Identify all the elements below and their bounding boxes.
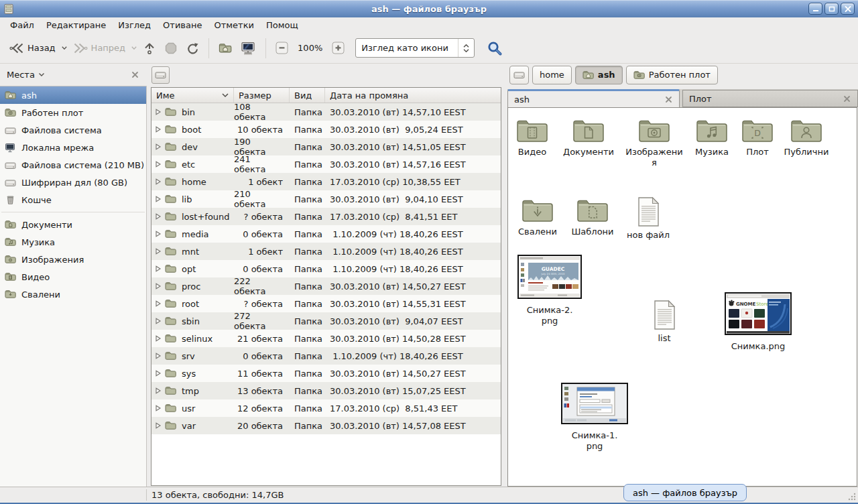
expander-icon[interactable] [151,283,165,290]
menu-item[interactable]: Изглед [112,19,157,32]
expander-icon[interactable] [151,370,165,377]
expander-icon[interactable] [151,231,165,237]
sidebar-item[interactable]: Работен плот [0,104,146,121]
expander-icon[interactable] [151,387,165,394]
sidebar-item[interactable]: Кошче [0,191,146,208]
file-row[interactable]: dev190 обектаПапка30.03.2010 (вт) 14,51,… [151,138,501,155]
sidebar-item[interactable]: Файлова система (210 MB) [0,156,146,174]
close-icon[interactable] [664,95,673,104]
computer-button[interactable] [236,38,260,59]
reload-button[interactable] [182,38,203,59]
column-header[interactable]: Вид [290,88,325,103]
menu-item[interactable]: Редактиране [40,19,112,32]
file-row[interactable]: srv0 обектаПапка 1.10.2009 (чт) 18,40,26… [151,347,501,365]
file-row[interactable]: proc222 обектаПапка30.03.2010 (вт) 14,50… [151,277,501,295]
back-history-dropdown[interactable] [60,42,69,54]
icon-cell[interactable]: Снимка-1.png [569,383,620,452]
menu-item[interactable]: Файл [4,19,40,32]
icon-cell[interactable]: Шаблони [564,197,621,237]
icon-cell[interactable]: Свалени [509,197,566,237]
icon-cell[interactable]: GNOMEStoreСнимка.png [721,292,796,352]
up-button[interactable] [139,38,160,59]
sidebar-close-button[interactable] [130,70,140,80]
tab-ash[interactable]: ash [507,89,680,107]
search-button[interactable] [485,39,504,58]
sidebar-item[interactable]: Локална мрежа [0,139,146,156]
file-row[interactable]: tmp13 обектаПапка30.03.2010 (вт) 15,07,2… [151,382,501,399]
icon-cell[interactable]: Изображения [625,117,684,168]
back-button[interactable]: Назад [5,38,60,58]
expander-icon[interactable] [151,318,165,324]
sidebar-item[interactable]: Шифриран дял (80 GB) [0,174,146,191]
file-row[interactable]: bin108 обектаПапка30.03.2010 (вт) 14,57,… [151,103,501,121]
file-row[interactable]: sys11 обектаПапка30.03.2010 (вт) 14,50,2… [151,365,501,382]
minimize-button[interactable] [808,3,822,15]
sidebar-title[interactable]: Места [7,70,35,80]
icon-cell[interactable]: нов файл [621,196,675,241]
sidebar-item[interactable]: Документи [0,216,146,233]
file-row[interactable]: opt0 обектаПапка 1.10.2009 (чт) 18,40,26… [151,260,501,277]
menu-item[interactable]: Отметки [208,19,259,32]
breadcrumb-item[interactable]: home [532,66,572,84]
expander-icon[interactable] [151,422,165,429]
icon-view[interactable]: ВидеоДокументиИзображенияМузикаDПлотПубл… [507,107,857,487]
sidebar-item[interactable]: Видео [0,268,146,286]
expander-icon[interactable] [151,335,165,342]
icon-cell[interactable]: Документи [558,117,619,158]
forward-history-dropdown[interactable] [129,42,139,54]
forward-button[interactable]: Напред [69,38,129,58]
file-row[interactable]: var20 обектаПапка30.03.2010 (вт) 14,57,0… [151,417,501,434]
expander-icon[interactable] [151,143,165,150]
file-row[interactable]: mnt1 обектПапка 1.10.2009 (чт) 18,40,26 … [151,243,501,260]
file-row[interactable]: lib210 обектаПапка30.03.2010 (вт) 9,04,1… [151,190,501,208]
menu-item[interactable]: Помощ [260,19,304,32]
icon-cell[interactable]: GUADECjuly 24-30th, 2010Снимка-2.png [524,255,575,326]
column-header[interactable]: Име [151,88,234,103]
expander-icon[interactable] [151,126,165,133]
sidebar-item[interactable]: Музика [0,233,146,251]
file-row[interactable]: usr12 обектаПапка17.03.2010 (ср) 8,51,43… [151,399,501,417]
file-row[interactable]: selinux21 обектаПапка30.03.2010 (вт) 14,… [151,330,501,347]
icon-cell[interactable]: list [637,300,691,344]
home-button[interactable] [214,39,236,58]
titlebar[interactable]: ash — файлов браузър [0,0,858,17]
expander-icon[interactable] [151,161,165,168]
root-location-button[interactable] [151,66,170,84]
resize-grip[interactable] [847,492,857,501]
maximize-button[interactable] [824,3,839,15]
sidebar-item[interactable]: Изображения [0,251,146,268]
tab-плот[interactable]: Плот [682,90,858,107]
file-row[interactable]: media0 обектаПапка 1.10.2009 (чт) 18,40,… [151,225,501,243]
icon-cell[interactable]: Видео [504,117,560,158]
breadcrumb-item[interactable]: Работен плот [626,66,718,84]
sidebar-item[interactable]: Файлова система [0,121,146,139]
icon-cell[interactable]: Музика [685,117,739,158]
zoom-out-button[interactable] [271,38,292,58]
view-mode-select[interactable]: Изглед като икони [355,38,475,58]
expander-icon[interactable] [151,248,165,255]
column-header[interactable]: Дата на промяна [325,88,501,103]
icon-cell[interactable]: Публични [778,117,835,158]
column-header[interactable]: Размер [234,88,290,103]
zoom-in-button[interactable] [328,38,349,58]
menu-item[interactable]: Отиване [157,19,208,32]
file-row[interactable]: root? обектаПапка30.03.2010 (вт) 14,55,3… [151,295,501,312]
file-row[interactable]: boot10 обектаПапка30.03.2010 (вт) 9,05,2… [151,121,501,138]
file-row[interactable]: etc241 обектаПапка30.03.2010 (вт) 14,57,… [151,155,501,173]
expander-icon[interactable] [151,196,165,202]
sidebar-item[interactable]: Свалени [0,286,146,303]
expander-icon[interactable] [151,109,165,115]
close-button[interactable] [841,3,855,15]
expander-icon[interactable] [151,265,165,272]
breadcrumb-item[interactable] [509,66,529,84]
breadcrumb-item[interactable]: ash [575,66,623,84]
close-icon[interactable] [843,94,851,103]
file-row[interactable]: lost+found? обектаПапка17.03.2010 (ср) 8… [151,208,501,225]
file-row[interactable]: home1 обектПапка17.03.2010 (ср) 10,38,55… [151,173,501,190]
stop-button[interactable] [160,38,182,59]
icon-cell[interactable]: DПлот [734,117,781,158]
expander-icon[interactable] [151,353,165,359]
file-row[interactable]: sbin272 обектаПапка30.03.2010 (вт) 9,04,… [151,312,501,330]
sidebar-item[interactable]: ash [0,86,146,104]
expander-icon[interactable] [151,178,165,185]
